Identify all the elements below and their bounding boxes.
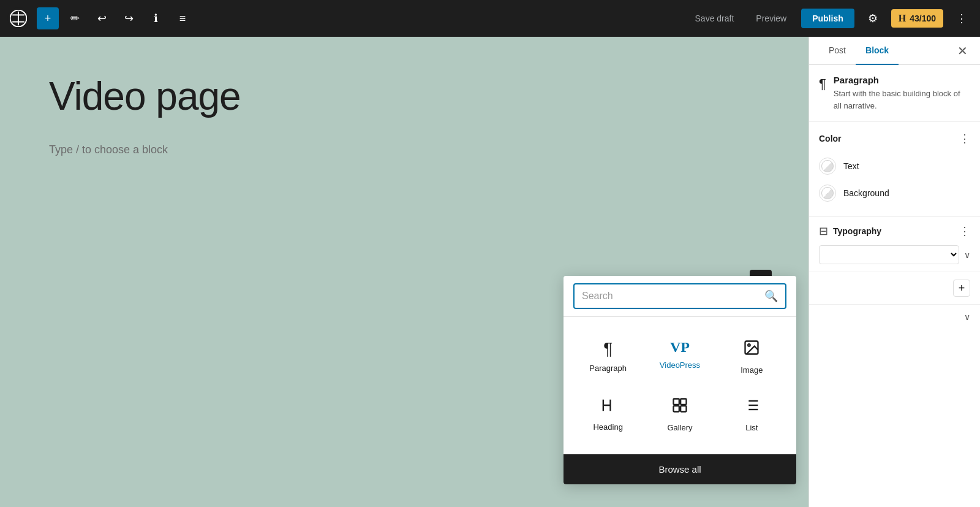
tab-post[interactable]: Post <box>819 37 856 65</box>
sidebar-close-button[interactable]: ✕ <box>955 41 970 61</box>
info-button[interactable]: ℹ <box>145 7 167 29</box>
save-draft-button[interactable]: Save draft <box>688 9 742 28</box>
inserter-blocks-grid: ¶ Paragraph VP VideoPress Image <box>564 317 796 454</box>
tab-block[interactable]: Block <box>856 37 899 65</box>
search-icon-button[interactable]: 🔍 <box>764 289 778 303</box>
preview-button[interactable]: Preview <box>748 9 794 28</box>
toolbar-right: Save draft Preview Publish ⚙ H 43/100 ⋮ <box>688 7 973 29</box>
browse-all-button[interactable]: Browse all <box>564 454 796 484</box>
placeholder-text: Type / to choose a block <box>49 143 168 156</box>
undo-button[interactable]: ↩ <box>91 7 113 29</box>
redo-icon: ↪ <box>124 12 134 25</box>
block-info-section: ¶ Paragraph Start with the basic buildin… <box>809 65 980 122</box>
svg-rect-8 <box>673 406 679 411</box>
gallery-block-icon <box>671 397 688 418</box>
wp-logo-icon <box>10 10 27 27</box>
edit-button[interactable]: ✏ <box>64 7 86 29</box>
gear-icon: ⚙ <box>868 12 878 25</box>
block-inserter-popup: 🔍 ¶ Paragraph VP VideoPress <box>564 276 796 484</box>
block-item-paragraph[interactable]: ¶ Paragraph <box>573 329 643 384</box>
add-style-button[interactable]: + <box>953 280 970 297</box>
text-color-option: Text <box>819 153 970 180</box>
color-section: Color ⋮ Text Background <box>809 122 980 217</box>
redo-button[interactable]: ↪ <box>118 7 140 29</box>
background-color-swatch <box>821 187 834 199</box>
svg-point-5 <box>748 344 750 346</box>
font-select[interactable] <box>819 245 959 264</box>
add-block-button[interactable]: + <box>37 7 59 29</box>
svg-rect-7 <box>680 399 686 405</box>
paragraph-icon: ¶ <box>819 76 826 92</box>
typography-icon: ⊟ <box>819 224 828 238</box>
search-input[interactable] <box>582 291 760 302</box>
wp-logo <box>7 7 29 29</box>
publish-button[interactable]: Publish <box>801 9 854 28</box>
typography-controls: ⋮ <box>959 224 970 238</box>
main-layout: Video page Type / to choose a block + 🔍 … <box>0 37 980 507</box>
color-section-title: Color <box>819 134 842 143</box>
background-color-button[interactable] <box>819 185 836 202</box>
add-icon: + <box>45 12 51 25</box>
text-color-button[interactable] <box>819 158 836 175</box>
score-badge: H 43/100 <box>891 9 943 28</box>
typography-row: ⊟ Typography <box>819 224 881 238</box>
editor-area[interactable]: Video page Type / to choose a block + 🔍 … <box>0 37 809 507</box>
gallery-block-label: Gallery <box>667 423 692 432</box>
paragraph-block-label: Paragraph <box>589 364 627 373</box>
typography-section-header: ⊟ Typography ⋮ <box>819 224 970 238</box>
typography-more-button[interactable]: ⋮ <box>959 224 970 238</box>
block-item-gallery[interactable]: Gallery <box>645 387 714 442</box>
background-color-option: Background <box>819 180 970 207</box>
text-color-swatch <box>821 160 834 172</box>
list-icon: ≡ <box>179 12 186 25</box>
page-title: Video page <box>49 74 760 119</box>
block-item-image[interactable]: Image <box>717 329 786 384</box>
block-info-text: Paragraph Start with the basic building … <box>834 75 970 112</box>
settings-button[interactable]: ⚙ <box>862 7 884 29</box>
block-placeholder[interactable]: Type / to choose a block <box>49 143 760 156</box>
list-block-icon <box>743 397 760 418</box>
block-item-list[interactable]: List <box>717 387 786 442</box>
edit-icon: ✏ <box>70 12 80 25</box>
block-info-description: Start with the basic building block of a… <box>834 88 970 112</box>
color-section-header: Color ⋮ <box>819 132 970 145</box>
typography-section: ⊟ Typography ⋮ ∨ <box>809 217 980 272</box>
inserter-search-box: 🔍 <box>573 283 786 309</box>
toolbar: + ✏ ↩ ↪ ℹ ≡ Save draft Preview Publish ⚙… <box>0 0 980 37</box>
svg-rect-6 <box>673 399 679 405</box>
color-more-button[interactable]: ⋮ <box>959 132 970 145</box>
svg-rect-9 <box>680 406 686 411</box>
collapse-section-row: ∨ <box>809 305 980 329</box>
image-block-label: Image <box>741 365 763 375</box>
right-sidebar: Post Block ✕ ¶ Paragraph Start with the … <box>809 37 980 507</box>
text-color-label: Text <box>843 161 859 171</box>
search-icon: 🔍 <box>764 289 778 303</box>
block-item-heading[interactable]: Heading <box>573 387 643 442</box>
score-h-icon: H <box>899 13 906 24</box>
collapse-button[interactable]: ∨ <box>964 312 970 322</box>
videopress-block-icon: VP <box>670 339 690 356</box>
more-icon: ⋮ <box>956 12 967 25</box>
background-color-label: Background <box>843 188 889 198</box>
image-block-icon <box>743 339 760 360</box>
typography-dropdown-row: ∨ <box>819 245 970 264</box>
info-icon: ℹ <box>154 12 158 25</box>
block-info-title: Paragraph <box>834 75 970 85</box>
typography-expand-button[interactable]: ∨ <box>964 250 970 260</box>
heading-block-label: Heading <box>593 422 622 432</box>
paragraph-block-icon: ¶ <box>603 339 612 359</box>
typography-title: Typography <box>833 226 881 236</box>
videopress-block-label: VideoPress <box>660 360 700 370</box>
list-view-button[interactable]: ≡ <box>172 7 194 29</box>
score-value: 43/100 <box>910 13 936 23</box>
block-item-videopress[interactable]: VP VideoPress <box>645 329 714 384</box>
undo-icon: ↩ <box>97 12 107 25</box>
list-block-label: List <box>745 423 758 432</box>
inserter-search-area: 🔍 <box>564 276 796 317</box>
add-section-row: + <box>809 272 980 305</box>
close-icon: ✕ <box>957 44 968 58</box>
heading-block-icon <box>600 397 617 417</box>
sidebar-tabs: Post Block ✕ <box>809 37 980 65</box>
more-options-button[interactable]: ⋮ <box>951 7 973 29</box>
